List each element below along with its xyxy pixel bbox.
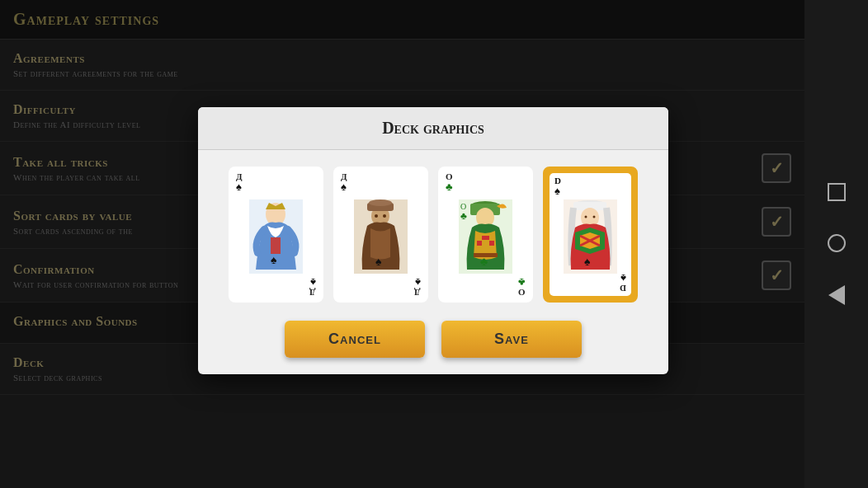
svg-rect-18 bbox=[489, 241, 494, 246]
card-option-2[interactable]: Д ♠ bbox=[333, 167, 428, 303]
card4-figure: ♠ bbox=[562, 196, 619, 276]
svg-text:♣: ♣ bbox=[460, 210, 467, 222]
card-inner-3: О ♣ bbox=[441, 169, 531, 300]
circle-nav-icon[interactable] bbox=[828, 234, 846, 252]
card2-suit-tl: ♠ bbox=[341, 181, 347, 194]
android-nav-bar bbox=[804, 0, 868, 488]
svg-point-11 bbox=[383, 214, 386, 218]
card4-suit-tl: ♠ bbox=[554, 185, 560, 198]
save-button[interactable]: Save bbox=[441, 321, 582, 358]
card-options-container: Д ♠ bbox=[198, 150, 668, 316]
svg-rect-19 bbox=[482, 236, 489, 240]
card3-suit-br: ♣ bbox=[518, 275, 526, 289]
svg-text:♠: ♠ bbox=[375, 256, 382, 268]
card2-suit-br: ♠ bbox=[415, 275, 421, 289]
card-option-4[interactable]: D ♠ bbox=[543, 167, 638, 303]
back-nav-icon[interactable] bbox=[828, 285, 845, 305]
svg-point-10 bbox=[375, 214, 378, 218]
card3-figure: ♣ О ♣ bbox=[454, 194, 517, 279]
card-inner-4: D ♠ bbox=[550, 173, 631, 296]
square-nav-icon[interactable] bbox=[828, 183, 846, 201]
svg-text:♣: ♣ bbox=[480, 256, 488, 268]
svg-point-33 bbox=[584, 215, 587, 218]
card-option-3[interactable]: О ♣ bbox=[438, 167, 533, 303]
svg-text:♠: ♠ bbox=[584, 256, 591, 268]
deck-graphics-dialog: Deck graphics Д ♠ bbox=[198, 107, 668, 374]
card1-suit-tl: ♠ bbox=[236, 181, 242, 194]
card1-suit-br: ♠ bbox=[310, 275, 316, 289]
card1-figure: ♠ bbox=[244, 194, 307, 279]
svg-text:♠: ♠ bbox=[271, 254, 277, 266]
card-option-1[interactable]: Д ♠ bbox=[229, 167, 323, 303]
card-inner-1: Д ♠ bbox=[231, 169, 321, 300]
svg-point-9 bbox=[369, 199, 392, 206]
card2-label-br: Д bbox=[414, 288, 421, 297]
card1-label-br: Д bbox=[309, 288, 316, 297]
svg-rect-3 bbox=[271, 237, 281, 254]
dialog-buttons: Cancel Save bbox=[198, 321, 668, 358]
svg-point-34 bbox=[592, 215, 595, 218]
cancel-button[interactable]: Cancel bbox=[285, 321, 425, 358]
card2-figure: ♠ bbox=[349, 194, 412, 279]
card4-suit-br: ♠ bbox=[620, 271, 626, 284]
card-inner-2: Д ♠ bbox=[336, 169, 426, 300]
card4-label-br: D bbox=[620, 284, 626, 293]
dialog-title: Deck graphics bbox=[198, 107, 668, 150]
card3-suit-tl: ♣ bbox=[446, 181, 453, 194]
card3-label-br: О bbox=[518, 288, 526, 297]
svg-rect-17 bbox=[477, 241, 482, 246]
